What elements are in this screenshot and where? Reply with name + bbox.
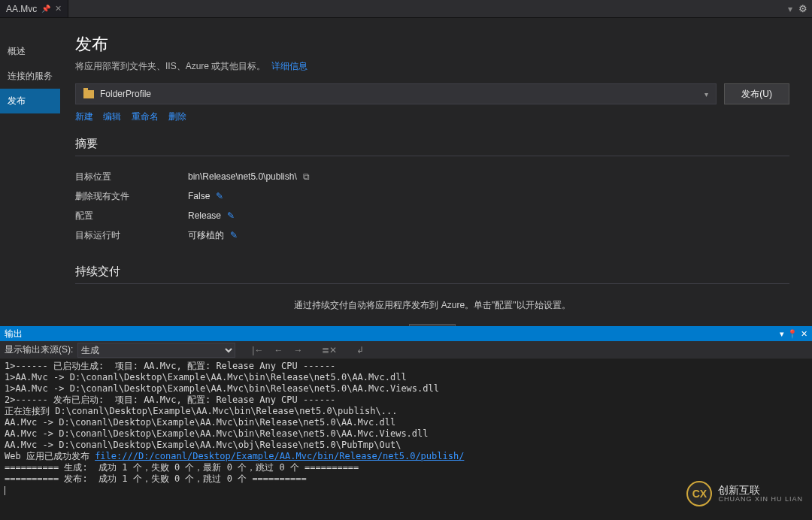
publish-sidebar: 概述 连接的服务 发布: [0, 18, 60, 326]
edit-icon[interactable]: ✎: [216, 191, 223, 201]
find-message-icon[interactable]: |←: [249, 345, 266, 355]
pin-icon[interactable]: 📍: [787, 329, 798, 339]
profile-name: FolderProfile: [100, 89, 151, 99]
summary-title: 摘要: [75, 137, 789, 151]
configuration-label: 配置: [75, 210, 188, 222]
subtitle-text: 将应用部署到文件夹、IIS、Azure 或其他目标。: [75, 61, 265, 71]
prev-message-icon[interactable]: ←: [271, 345, 286, 355]
target-runtime-value: 可移植的: [188, 229, 224, 242]
watermark-subtext: CHUANG XIN HU LIAN: [718, 495, 803, 503]
page-subtitle: 将应用部署到文件夹、IIS、Azure 或其他目标。 详细信息: [75, 60, 789, 73]
output-panel-header[interactable]: 输出 ▾ 📍 ✕: [0, 326, 812, 341]
sidebar-item-overview[interactable]: 概述: [0, 39, 60, 64]
edit-icon[interactable]: ✎: [230, 230, 238, 240]
output-source-label: 显示输出来源(S):: [5, 343, 73, 356]
divider: [75, 156, 789, 156]
new-profile-link[interactable]: 新建: [75, 111, 93, 122]
target-runtime-label: 目标运行时: [75, 229, 188, 242]
sidebar-item-label: 连接的服务: [8, 71, 53, 81]
clear-all-icon[interactable]: ≣✕: [319, 345, 340, 355]
watermark: CX 创新互联 CHUANG XIN HU LIAN: [686, 481, 803, 506]
close-icon[interactable]: ✕: [801, 329, 807, 339]
delete-existing-label: 删除现有文件: [75, 190, 188, 203]
tab-dropdown-icon[interactable]: ▾: [788, 4, 792, 14]
delete-existing-value: False: [188, 191, 210, 201]
copy-icon[interactable]: ⧉: [303, 171, 310, 182]
edit-icon[interactable]: ✎: [227, 210, 235, 221]
toggle-wrap-icon[interactable]: ↲: [353, 345, 367, 355]
rename-profile-link[interactable]: 重命名: [132, 111, 159, 122]
output-panel-title: 输出: [5, 328, 23, 340]
edit-profile-link[interactable]: 编辑: [103, 111, 121, 122]
divider: [75, 283, 789, 284]
tab-title: AA.Mvc: [6, 4, 37, 14]
sidebar-item-label: 概述: [8, 46, 26, 56]
output-link[interactable]: file:///D:/conanl/Desktop/Example/AA.Mvc…: [95, 451, 464, 461]
dropdown-icon[interactable]: ▾: [780, 329, 784, 339]
gear-icon[interactable]: ⚙: [798, 3, 807, 14]
watermark-text: 创新互联: [718, 485, 803, 495]
publish-profile-select[interactable]: FolderProfile ▾: [75, 83, 717, 104]
cd-title: 持续交付: [75, 265, 789, 279]
sidebar-item-label: 发布: [8, 95, 26, 106]
folder-icon: [83, 90, 94, 98]
pin-icon[interactable]: 📌: [41, 5, 50, 13]
publish-button[interactable]: 发布(U): [724, 83, 789, 104]
output-toolbar: 显示输出来源(S): 生成 |← ← → ≣✕ ↲: [0, 341, 812, 359]
page-title: 发布: [75, 33, 789, 56]
output-source-select[interactable]: 生成: [77, 343, 235, 358]
chevron-down-icon: ▾: [704, 90, 708, 98]
sidebar-item-publish[interactable]: 发布: [0, 89, 60, 113]
tab-aa-mvc[interactable]: AA.Mvc 📌 ✕: [0, 0, 68, 17]
publish-button-label: 发布(U): [741, 88, 772, 101]
watermark-logo: CX: [686, 481, 712, 506]
delete-profile-link[interactable]: 删除: [168, 111, 186, 122]
publish-panel: 概述 连接的服务 发布 发布 将应用部署到文件夹、IIS、Azure 或其他目标…: [0, 18, 812, 326]
document-tabbar: AA.Mvc 📌 ✕ ▾ ⚙: [0, 0, 812, 18]
sidebar-item-connected-services[interactable]: 连接的服务: [0, 64, 60, 89]
close-icon[interactable]: ✕: [55, 4, 62, 14]
target-location-value: bin\Release\net5.0\publish\: [188, 171, 297, 182]
publish-content: 发布 将应用部署到文件夹、IIS、Azure 或其他目标。 详细信息 Folde…: [60, 18, 812, 326]
cd-description: 通过持续交付自动将应用程序发布到 Azure。单击"配置"以开始设置。: [75, 299, 789, 312]
target-location-label: 目标位置: [75, 171, 188, 183]
details-link[interactable]: 详细信息: [271, 61, 308, 71]
configuration-value: Release: [188, 210, 221, 221]
configure-cd-button[interactable]: 配置: [409, 324, 456, 326]
next-message-icon[interactable]: →: [290, 345, 305, 355]
profile-actions: 新建 编辑 重命名 删除: [75, 110, 789, 123]
